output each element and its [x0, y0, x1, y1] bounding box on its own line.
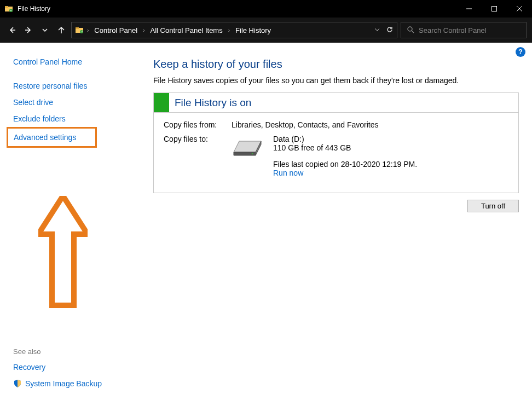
svg-line-11: [412, 31, 414, 33]
last-copied-text: Files last copied on 28-10-2020 12:19 PM…: [273, 160, 417, 169]
copy-from-label: Copy files from:: [164, 120, 232, 129]
advanced-settings-link[interactable]: Advanced settings: [14, 133, 90, 142]
select-drive-link[interactable]: Select drive: [13, 94, 140, 111]
svg-rect-8: [76, 27, 79, 29]
status-panel: File History is on Copy files from: Libr…: [153, 92, 519, 193]
search-input[interactable]: [419, 26, 521, 34]
destination-free-space: 110 GB free of 443 GB: [273, 143, 417, 152]
forward-button[interactable]: [22, 24, 35, 37]
page-description: File History saves copies of your files …: [153, 76, 519, 85]
annotation-highlight-box: Advanced settings: [7, 127, 97, 148]
search-icon: [407, 26, 414, 35]
turn-off-button[interactable]: Turn off: [467, 200, 519, 212]
svg-point-12: [252, 153, 253, 155]
navbar: › Control Panel › All Control Panel Item…: [0, 18, 532, 43]
copy-to-label: Copy files to:: [164, 135, 232, 177]
chevron-right-icon[interactable]: ›: [227, 27, 231, 33]
help-button[interactable]: ?: [516, 47, 525, 57]
window-title: File History: [18, 5, 50, 13]
svg-rect-4: [492, 7, 497, 11]
up-button[interactable]: [55, 24, 68, 37]
sidebar: Control Panel Home Restore personal file…: [0, 43, 140, 406]
minimize-button[interactable]: [456, 0, 482, 18]
breadcrumb-item[interactable]: All Control Panel Items: [148, 25, 224, 36]
restore-personal-files-link[interactable]: Restore personal files: [13, 78, 140, 94]
svg-rect-1: [5, 6, 8, 8]
status-color-swatch: [154, 93, 169, 112]
run-now-link[interactable]: Run now: [273, 169, 303, 177]
system-image-backup-link[interactable]: System Image Backup: [13, 375, 140, 392]
exclude-folders-link[interactable]: Exclude folders: [13, 111, 140, 127]
status-title: File History is on: [169, 97, 251, 109]
page-heading: Keep a history of your files: [153, 58, 519, 71]
recovery-link[interactable]: Recovery: [13, 359, 140, 375]
copy-from-value: Libraries, Desktop, Contacts, and Favori…: [232, 120, 378, 129]
search-box[interactable]: [401, 22, 527, 38]
chevron-right-icon[interactable]: ›: [142, 27, 146, 33]
control-panel-home-link[interactable]: Control Panel Home: [13, 54, 140, 70]
see-also-label: See also: [13, 347, 140, 356]
close-button[interactable]: [507, 0, 532, 18]
shield-icon: [13, 379, 22, 388]
maximize-button[interactable]: [482, 0, 507, 18]
svg-point-10: [408, 27, 412, 31]
recent-locations-button[interactable]: [38, 24, 51, 37]
refresh-button[interactable]: [386, 26, 394, 35]
folder-icon: [4, 4, 13, 13]
folder-icon: [75, 26, 84, 34]
disk-drive-icon: [232, 138, 263, 158]
system-image-backup-label: System Image Backup: [25, 379, 102, 388]
back-button[interactable]: [5, 24, 19, 37]
titlebar: File History: [0, 0, 532, 18]
destination-name: Data (D:): [273, 135, 417, 143]
breadcrumb-item[interactable]: Control Panel: [92, 25, 140, 36]
address-bar[interactable]: › Control Panel › All Control Panel Item…: [71, 22, 397, 38]
address-history-button[interactable]: [374, 26, 380, 34]
breadcrumb-item[interactable]: File History: [233, 25, 273, 36]
chevron-right-icon[interactable]: ›: [86, 27, 90, 33]
main-pane: Keep a history of your files File Histor…: [140, 43, 532, 406]
